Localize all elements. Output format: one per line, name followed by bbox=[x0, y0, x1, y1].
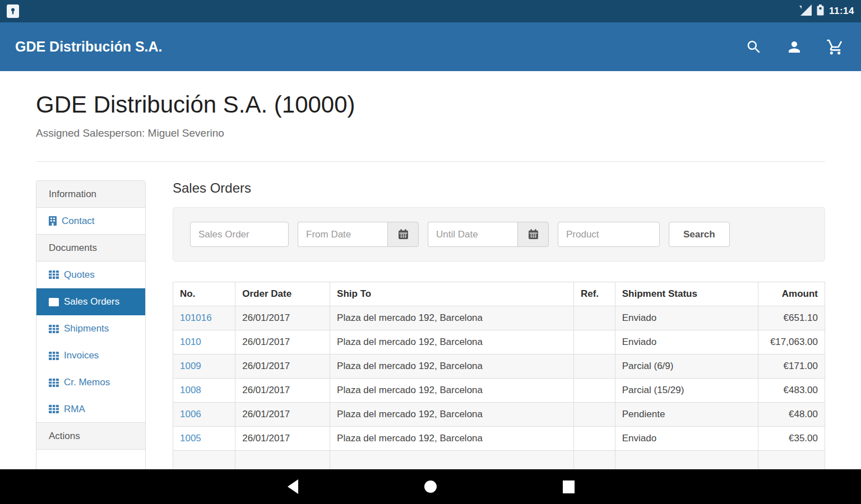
home-icon[interactable] bbox=[423, 479, 438, 494]
sidebar-item-contact[interactable]: Contact bbox=[36, 208, 145, 235]
sidebar-item-sales-orders[interactable]: Sales Orders bbox=[36, 288, 145, 315]
section-title: Sales Orders bbox=[173, 180, 825, 196]
column-header-amount: Amount bbox=[758, 282, 825, 306]
column-header-ship-to: Ship To bbox=[330, 282, 574, 306]
table-row: 100526/01/2017Plaza del mercado 192, Bar… bbox=[173, 427, 825, 451]
back-icon[interactable] bbox=[285, 479, 300, 494]
table-row: 101026/01/2017Plaza del mercado 192, Bar… bbox=[173, 330, 825, 354]
amount-cell: €48.00 bbox=[758, 403, 825, 427]
ship-to-cell: Plaza del mercado 192, Barcelona bbox=[330, 403, 574, 427]
sidebar-item-label: Actions bbox=[49, 431, 80, 442]
order-number-cell: 1009 bbox=[173, 354, 235, 379]
android-status-bar: 11:14 bbox=[0, 0, 861, 22]
sidebar-item-shipments[interactable]: Shipments bbox=[36, 315, 145, 342]
amount-cell: €483.00 bbox=[758, 379, 825, 403]
sidebar-item-quotes[interactable]: Quotes bbox=[36, 262, 145, 288]
account-icon[interactable] bbox=[786, 39, 803, 55]
customer-title: GDE Distribución S.A. (10000) bbox=[36, 91, 825, 118]
order-number-link[interactable]: 1010 bbox=[180, 337, 201, 347]
calendar-icon bbox=[398, 229, 409, 240]
table-icon bbox=[49, 352, 59, 360]
sidebar-item-label: Contact bbox=[62, 216, 95, 227]
sidebar-item-label: Invoices bbox=[64, 350, 99, 361]
table-icon bbox=[49, 379, 59, 387]
order-number-link[interactable]: 101016 bbox=[180, 312, 212, 323]
building-icon bbox=[49, 216, 57, 226]
ref-cell bbox=[573, 330, 615, 354]
sidebar-item-label: Information bbox=[49, 189, 96, 200]
empty-cell bbox=[173, 451, 235, 469]
ship-to-cell: Plaza del mercado 192, Barcelona bbox=[330, 427, 574, 451]
amount-cell: €17,063.00 bbox=[758, 330, 825, 354]
ref-cell bbox=[573, 403, 615, 427]
sales-orders-table: No.Order DateShip ToRef.Shipment StatusA… bbox=[173, 282, 825, 469]
divider bbox=[36, 161, 825, 162]
order-number-cell: 1010 bbox=[173, 330, 235, 354]
column-header-order-date: Order Date bbox=[235, 282, 330, 306]
signal-icon bbox=[798, 4, 812, 18]
page-content: GDE Distribución S.A. (10000) Assigned S… bbox=[0, 71, 861, 469]
table-row: 100926/01/2017Plaza del mercado 192, Bar… bbox=[173, 354, 825, 379]
until-date-calendar-button[interactable] bbox=[517, 222, 549, 247]
table-header-row: No.Order DateShip ToRef.Shipment StatusA… bbox=[173, 282, 825, 306]
table-icon bbox=[49, 325, 59, 333]
table-icon bbox=[49, 405, 59, 413]
sidebar-item-label: Documents bbox=[49, 242, 97, 254]
search-button[interactable]: Search bbox=[669, 222, 730, 247]
sidebar-item-invoices[interactable]: Invoices bbox=[36, 342, 145, 369]
table-row: 100626/01/2017Plaza del mercado 192, Bar… bbox=[173, 403, 825, 427]
ship-to-cell: Plaza del mercado 192, Barcelona bbox=[330, 379, 574, 403]
order-date-cell: 26/01/2017 bbox=[235, 427, 330, 451]
main-panel: Sales Orders Search bbox=[173, 180, 825, 469]
sidebar-partial-item bbox=[36, 450, 145, 469]
ship-to-cell: Plaza del mercado 192, Barcelona bbox=[330, 354, 574, 379]
table-icon bbox=[49, 270, 59, 279]
calendar-icon bbox=[528, 229, 539, 240]
sidebar-item-label: Sales Orders bbox=[64, 296, 119, 307]
order-date-cell: 26/01/2017 bbox=[235, 354, 330, 379]
recents-icon[interactable] bbox=[561, 479, 576, 494]
order-date-cell: 26/01/2017 bbox=[235, 379, 330, 403]
order-date-cell: 26/01/2017 bbox=[235, 306, 330, 330]
ref-cell bbox=[573, 306, 615, 330]
assigned-salesperson: Assigned Salesperson: Miguel Severino bbox=[36, 127, 825, 139]
notification-icon bbox=[7, 4, 19, 18]
order-number-link[interactable]: 1008 bbox=[180, 385, 201, 395]
column-header-no: No. bbox=[173, 282, 235, 306]
order-number-link[interactable]: 1006 bbox=[180, 409, 201, 419]
cart-icon[interactable] bbox=[826, 38, 844, 56]
sidebar-item-cr-memos[interactable]: Cr. Memos bbox=[36, 369, 145, 396]
ref-cell bbox=[573, 379, 615, 403]
order-date-cell: 26/01/2017 bbox=[235, 403, 330, 427]
sidebar-item-label: Shipments bbox=[64, 323, 109, 334]
empty-cell bbox=[330, 451, 574, 469]
ref-cell bbox=[573, 427, 615, 451]
ref-cell bbox=[573, 354, 615, 379]
shipment-status-cell: Parcial (6/9) bbox=[615, 354, 758, 379]
order-number-link[interactable]: 1009 bbox=[180, 361, 201, 371]
order-date-cell: 26/01/2017 bbox=[235, 330, 330, 354]
column-header-ref: Ref. bbox=[573, 282, 615, 306]
order-number-link[interactable]: 1005 bbox=[180, 433, 201, 444]
until-date-input[interactable] bbox=[428, 222, 517, 247]
sidebar-item-rma[interactable]: RMA bbox=[36, 396, 145, 423]
product-input[interactable] bbox=[558, 222, 660, 247]
ship-to-cell: Plaza del mercado 192, Barcelona bbox=[330, 306, 574, 330]
from-date-calendar-button[interactable] bbox=[387, 222, 419, 247]
column-header-shipment-status: Shipment Status bbox=[615, 282, 758, 306]
sidebar-item-actions: Actions bbox=[36, 423, 145, 450]
app-bar: GDE Distribución S.A. bbox=[0, 22, 861, 71]
order-number-cell: 101016 bbox=[173, 306, 235, 330]
search-icon[interactable] bbox=[746, 39, 762, 55]
order-number-cell: 1006 bbox=[173, 403, 235, 427]
sidebar-item-documents: Documents bbox=[36, 235, 145, 262]
shipment-status-cell: Enviado bbox=[615, 427, 758, 451]
amount-cell: €35.00 bbox=[758, 427, 825, 451]
amount-cell: €171.00 bbox=[758, 354, 825, 379]
sidebar-item-information: Information bbox=[36, 181, 145, 208]
from-date-input[interactable] bbox=[298, 222, 387, 247]
sidebar: InformationContactDocumentsQuotesSales O… bbox=[36, 180, 146, 469]
sales-order-input[interactable] bbox=[190, 222, 289, 247]
empty-cell bbox=[615, 451, 758, 469]
order-number-cell: 1008 bbox=[173, 379, 235, 403]
